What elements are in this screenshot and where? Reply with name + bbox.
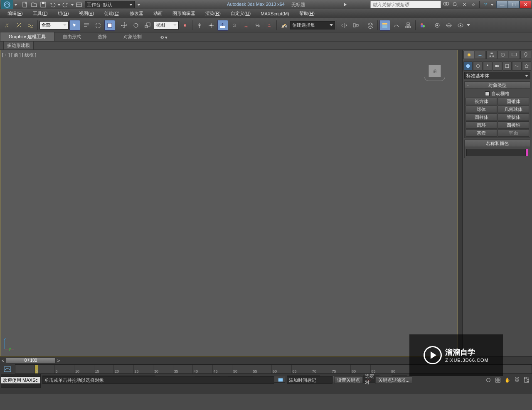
pivot-center-button[interactable] (180, 20, 190, 31)
primitive-torus-button[interactable]: 圆环 (466, 121, 497, 129)
viewport-label[interactable]: [ + ] [ 前 ] [ 线框 ] (2, 52, 36, 58)
favorites-button[interactable]: ☆ (469, 1, 478, 8)
time-slider-next-button[interactable]: > (56, 358, 62, 363)
time-slider-prev-button[interactable]: < (0, 358, 6, 363)
redo-dropdown-icon[interactable] (71, 4, 74, 6)
key-filters-button[interactable]: 关键点过滤器... (375, 376, 412, 384)
time-tag-label[interactable]: 添加时间标记 (287, 376, 332, 384)
named-sel-edit-button[interactable]: ABC (278, 20, 289, 31)
cat-systems[interactable] (522, 61, 531, 71)
render-frame-button[interactable] (443, 20, 454, 31)
time-slider-handle[interactable]: 0 / 100 (6, 358, 56, 363)
menu-graph-editors[interactable]: 图形编辑器 (168, 10, 200, 17)
trackbar-mini-curve-button[interactable] (0, 364, 15, 374)
ribbon-tab-graphite[interactable]: Graphite 建模工具 (0, 32, 54, 41)
menu-tools[interactable]: 工具(T) (29, 10, 52, 17)
auto-grid-checkbox[interactable]: 自动栅格 (466, 90, 529, 98)
object-name-input[interactable] (466, 149, 525, 156)
primitive-geosphere-button[interactable]: 几何球体 (498, 106, 529, 113)
scale-button[interactable] (142, 20, 153, 31)
comm-center-icon[interactable] (276, 376, 285, 384)
primitive-teapot-button[interactable]: 茶壶 (466, 129, 497, 137)
menu-maxscript[interactable]: MAXScript(M) (256, 10, 293, 17)
menu-views[interactable]: 视图(V) (75, 10, 99, 17)
subscription-button[interactable]: ✕ (460, 1, 468, 8)
search-button[interactable] (442, 1, 450, 8)
primitive-tube-button[interactable]: 管状体 (498, 113, 529, 121)
menu-help[interactable]: 帮助(H) (295, 10, 319, 17)
undo-dropdown-icon[interactable] (57, 4, 61, 6)
cat-spacewarps[interactable] (512, 61, 521, 71)
undo-button[interactable] (48, 1, 57, 8)
object-color-swatch[interactable] (525, 149, 528, 156)
viewport-nav-maximize-button[interactable] (522, 376, 531, 384)
close-button[interactable]: ✕ (520, 1, 531, 8)
bind-spacewarp-button[interactable] (25, 20, 36, 31)
angle-snap-button[interactable] (241, 20, 251, 31)
rotate-button[interactable] (131, 20, 141, 31)
viewport-nav-orbit-button[interactable] (484, 376, 493, 384)
menu-customize[interactable]: 自定义(U) (227, 10, 255, 17)
named-selection-dropdown[interactable]: 创建选择集 (290, 21, 335, 29)
snap-3d-button[interactable]: 3 (229, 20, 240, 31)
open-file-button[interactable] (30, 1, 38, 8)
ref-coord-dropdown[interactable]: 视图 (154, 21, 179, 29)
select-region-rect-button[interactable] (93, 20, 103, 31)
unlink-button[interactable] (13, 20, 24, 31)
cp-tab-utilities[interactable] (520, 51, 531, 59)
spinner-snap-button[interactable] (264, 20, 275, 31)
minimize-button[interactable]: — (496, 1, 508, 8)
help-dropdown-icon[interactable] (490, 4, 494, 6)
cp-tab-hierarchy[interactable] (486, 51, 497, 59)
layer-manager-button[interactable] (365, 20, 376, 31)
ribbon-polygon-modeling-button[interactable]: 多边形建模 (3, 41, 34, 50)
cat-shapes[interactable] (473, 61, 482, 71)
select-link-button[interactable] (2, 20, 12, 31)
material-editor-button[interactable] (417, 20, 428, 31)
window-crossing-button[interactable] (104, 20, 115, 31)
cat-geometry[interactable] (463, 61, 473, 71)
render-production-button[interactable] (455, 20, 466, 31)
viewport[interactable]: [ + ] [ 前 ] [ 线框 ] 前 z y (0, 50, 458, 356)
redo-button[interactable] (62, 1, 70, 8)
move-button[interactable] (119, 20, 130, 31)
menu-rendering[interactable]: 渲染(R) (201, 10, 225, 17)
app-menu-dropdown-icon[interactable] (14, 4, 17, 6)
cp-tab-modify[interactable] (475, 51, 485, 59)
keyboard-shortcut-button[interactable] (206, 20, 217, 31)
ribbon-tab-paint[interactable]: 对象绘制 (115, 32, 150, 41)
primitive-pyramid-button[interactable]: 四棱锥 (498, 121, 529, 129)
cp-tab-motion[interactable] (498, 51, 508, 59)
viewcube-ring-icon[interactable] (424, 77, 445, 81)
select-object-button[interactable] (69, 20, 80, 31)
help-search-input[interactable] (370, 1, 441, 8)
menu-group[interactable]: 组(G) (54, 10, 73, 17)
cat-cameras[interactable] (493, 61, 502, 71)
selection-filter-dropdown[interactable]: 全部 (39, 21, 69, 29)
cp-tab-display[interactable] (509, 51, 520, 59)
new-file-button[interactable] (21, 1, 29, 8)
viewport-nav-hand-button[interactable]: ✋ (503, 376, 512, 384)
menu-modifiers[interactable]: 修改器 (126, 10, 148, 17)
cat-helpers[interactable] (502, 61, 512, 71)
ribbon-pin-button[interactable]: ⟲ ▾ (157, 34, 171, 41)
primitive-category-dropdown[interactable]: 标准基本体 (464, 72, 530, 79)
viewport-nav-field-button[interactable] (493, 376, 502, 384)
help-button[interactable]: ? (481, 1, 490, 8)
align-button[interactable] (350, 20, 361, 31)
menu-edit[interactable]: 编辑(E) (3, 10, 27, 17)
primitive-cone-button[interactable]: 圆锥体 (498, 98, 529, 105)
qat-customize-icon[interactable] (137, 4, 140, 6)
ribbon-tab-freeform[interactable]: 自由形式 (54, 32, 89, 41)
viewport-scrollbar[interactable] (458, 50, 462, 356)
save-file-button[interactable] (39, 1, 47, 8)
graphite-toggle-button[interactable] (379, 20, 390, 31)
menu-create[interactable]: 创建(C) (100, 10, 123, 17)
cat-lights[interactable] (483, 61, 492, 71)
viewport-nav-arc-button[interactable] (512, 376, 522, 384)
snap-toggle-button[interactable] (217, 20, 228, 31)
curve-editor-button[interactable] (391, 20, 402, 31)
viewcube-face[interactable]: 前 (429, 65, 441, 77)
menu-animation[interactable]: 动画 (149, 10, 167, 17)
rollout-object-type-header[interactable]: - 对象类型 (464, 81, 530, 89)
